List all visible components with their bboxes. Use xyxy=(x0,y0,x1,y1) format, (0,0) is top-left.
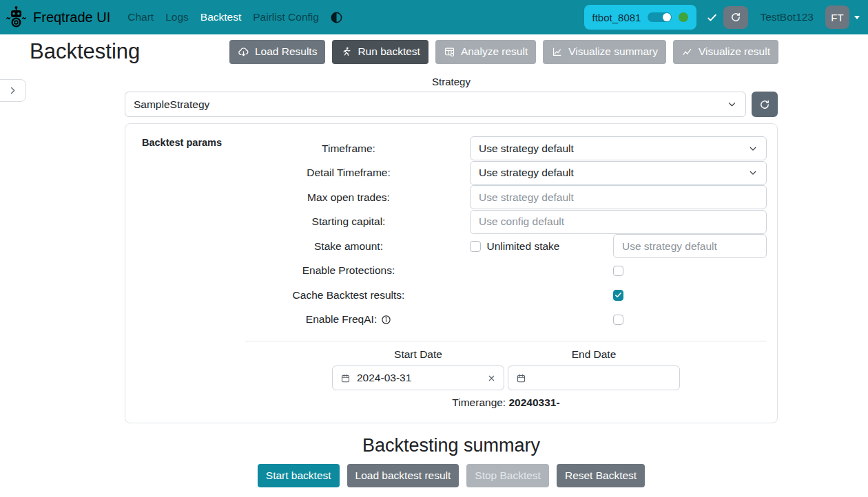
params-form: Timeframe: Use strategy default Detail T… xyxy=(245,136,777,332)
stop-backtest-button[interactable]: Stop Backtest xyxy=(466,464,549,487)
max-open-trades-row: Max open trades: xyxy=(245,185,777,210)
brand[interactable]: Freqtrade UI xyxy=(6,6,110,29)
cloud-download-icon xyxy=(238,46,249,58)
timeframe-row: Timeframe: Use strategy default xyxy=(245,136,777,161)
avatar: FT xyxy=(825,6,849,29)
bot-badge[interactable]: ftbot_8081 xyxy=(584,5,697,30)
start-date-label: Start Date xyxy=(332,348,504,361)
run-backtest-button[interactable]: Run backtest xyxy=(332,40,428,64)
calendar-icon xyxy=(340,373,351,383)
timeframe-value: Use strategy default xyxy=(479,142,574,155)
strategy-label: Strategy xyxy=(125,76,778,87)
theme-toggle-icon[interactable] xyxy=(330,11,343,24)
runner-icon xyxy=(340,46,352,58)
top-navbar: Freqtrade UI Chart Logs Backtest Pairlis… xyxy=(0,0,868,34)
toggle-knob xyxy=(663,13,671,21)
load-results-button[interactable]: Load Results xyxy=(229,40,325,64)
strategy-row: SampleStrategy xyxy=(125,92,778,117)
end-date-label: End Date xyxy=(508,348,680,361)
refresh-icon xyxy=(730,12,741,23)
unlimited-stake-checkbox[interactable] xyxy=(470,241,481,252)
start-date-value: 2024-03-31 xyxy=(357,372,411,384)
starting-capital-label: Starting capital: xyxy=(245,215,452,228)
sidebar-expand-button[interactable] xyxy=(0,79,26,102)
starting-capital-input[interactable] xyxy=(470,210,767,234)
enable-protections-checkbox[interactable] xyxy=(613,266,624,277)
start-date-col: Start Date 2024-03-31 xyxy=(332,341,504,390)
cache-results-checkbox[interactable] xyxy=(613,290,624,301)
table-gear-icon xyxy=(444,46,455,58)
end-date-input[interactable] xyxy=(508,366,680,390)
clear-date-icon[interactable] xyxy=(487,374,496,383)
detail-timeframe-value: Use strategy default xyxy=(479,167,574,179)
button-label: Visualize result xyxy=(699,45,770,58)
reset-backtest-button[interactable]: Reset Backtest xyxy=(557,464,645,487)
detail-timeframe-select[interactable]: Use strategy default xyxy=(470,161,767,185)
check-icon xyxy=(707,12,717,23)
stake-amount-input[interactable] xyxy=(613,234,767,258)
analyze-result-button[interactable]: Analyze result xyxy=(435,40,536,64)
nav-link-pairlist-config[interactable]: Pairlist Config xyxy=(253,11,319,23)
load-backtest-result-button[interactable]: Load backtest result xyxy=(347,464,459,487)
start-backtest-button[interactable]: Start backtest xyxy=(258,464,340,487)
summary-title: Backtesting summary xyxy=(125,435,778,456)
visualize-summary-button[interactable]: Visualize summary xyxy=(543,40,666,64)
timeframe-label: Timeframe: xyxy=(245,142,452,155)
starting-capital-row: Starting capital: xyxy=(245,210,777,235)
start-date-input[interactable]: 2024-03-31 xyxy=(332,366,504,390)
header-actions: Load Results Run backtest Analyze result xyxy=(229,40,778,64)
stake-amount-label: Stake amount: xyxy=(245,240,452,253)
visualize-result-button[interactable]: Visualize result xyxy=(673,40,778,64)
end-date-col: End Date xyxy=(508,341,680,390)
navbar-right: ftbot_8081 TestBot123 FT xyxy=(584,5,860,30)
detail-timeframe-row: Detail Timeframe: Use strategy default xyxy=(245,161,777,186)
cache-results-label: Cache Backtest results: xyxy=(245,289,452,302)
info-circle-icon[interactable] xyxy=(381,315,391,325)
timerange-label: Timerange: xyxy=(452,396,506,408)
strategy-select[interactable]: SampleStrategy xyxy=(125,92,746,117)
user-menu[interactable]: FT xyxy=(825,6,860,29)
max-open-trades-input[interactable] xyxy=(470,185,767,209)
refresh-bot-button[interactable] xyxy=(723,6,748,29)
chevron-right-icon xyxy=(8,85,18,96)
online-status-dot xyxy=(679,12,688,22)
chevron-down-icon xyxy=(854,16,860,19)
cache-results-row: Cache Backtest results: xyxy=(245,283,777,308)
backtest-params-card: Backtest params Timeframe: Use strategy … xyxy=(125,123,778,423)
enable-freqai-row: Enable FreqAI: xyxy=(245,308,777,332)
scatter-chart-icon xyxy=(681,46,693,58)
detail-timeframe-label: Detail Timeframe: xyxy=(245,167,452,179)
enable-protections-label: Enable Protections: xyxy=(245,264,452,277)
timerange-text: Timerange: 20240331- xyxy=(452,396,559,409)
params-card-title: Backtest params xyxy=(142,137,222,148)
backtest-content: Strategy SampleStrategy Backtest params … xyxy=(125,76,778,487)
nav-links: Chart Logs Backtest Pairlist Config xyxy=(127,11,319,23)
check-icon xyxy=(614,291,622,299)
enable-freqai-label: Enable FreqAI: xyxy=(245,313,452,326)
button-label: Visualize summary xyxy=(568,45,658,58)
username-label: TestBot123 xyxy=(760,11,814,23)
chevron-down-icon xyxy=(748,144,758,154)
enable-protections-row: Enable Protections: xyxy=(245,259,777,284)
robot-logo-icon xyxy=(6,6,27,29)
page-header: Backtesting Load Results Run backtest xyxy=(0,34,868,69)
nav-link-backtest[interactable]: Backtest xyxy=(200,11,241,23)
button-label: Load Results xyxy=(255,45,317,58)
chevron-down-icon xyxy=(748,168,758,178)
brand-label: Freqtrade UI xyxy=(33,10,110,25)
page-title: Backtesting xyxy=(30,39,140,64)
reload-strategies-button[interactable] xyxy=(752,92,778,117)
refresh-icon xyxy=(759,99,770,110)
nav-link-chart[interactable]: Chart xyxy=(127,11,154,23)
bot-name: ftbot_8081 xyxy=(592,12,641,23)
summary-actions: Start backtest Load backtest result Stop… xyxy=(125,464,778,487)
enable-freqai-checkbox[interactable] xyxy=(613,315,624,326)
nav-link-logs[interactable]: Logs xyxy=(165,11,189,23)
bot-toggle[interactable] xyxy=(648,12,672,22)
timeframe-select[interactable]: Use strategy default xyxy=(470,136,767,160)
button-label: Analyze result xyxy=(461,45,528,58)
stake-amount-row: Stake amount: Unlimited stake xyxy=(245,234,777,259)
line-chart-icon xyxy=(551,46,563,58)
date-range-section: Start Date 2024-03-31 End Date xyxy=(245,341,767,409)
strategy-selected-value: SampleStrategy xyxy=(134,98,209,111)
